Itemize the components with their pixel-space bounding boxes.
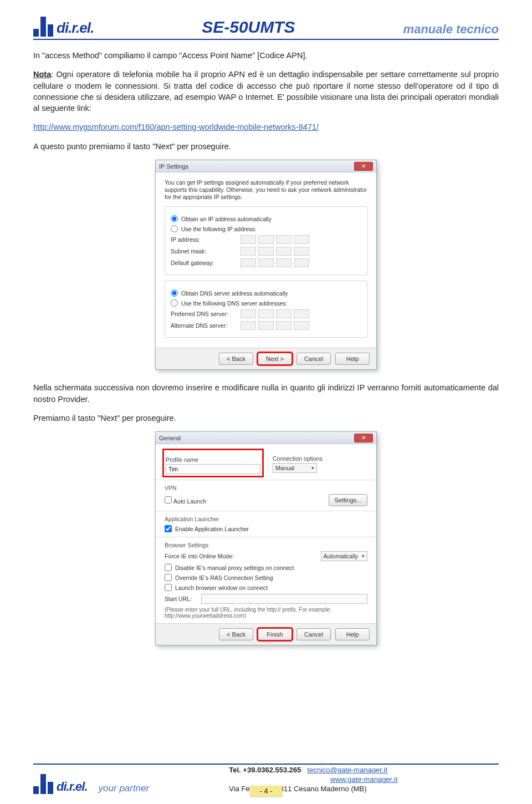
- obtain-dns-radio[interactable]: [171, 289, 178, 297]
- alt-dns-input[interactable]: [241, 321, 361, 330]
- connection-options-label: Connection options: [273, 455, 367, 462]
- general-settings-screenshot: General ✕ Profile name Connection option…: [33, 431, 499, 645]
- paragraph-2: Nota: Ogni operatore di telefonia mobile…: [33, 69, 499, 114]
- close-icon[interactable]: ✕: [354, 162, 373, 171]
- profile-name-input[interactable]: [166, 464, 260, 474]
- ip-address-input[interactable]: [241, 235, 361, 244]
- paragraph-4: Nella schermata successiva non dovremo i…: [33, 382, 499, 405]
- force-ie-label: Force IE into Online Mode:: [165, 553, 234, 559]
- paragraph-1: In "access Method" compiliamo il campo "…: [33, 50, 499, 61]
- vpn-group-label: VPN: [165, 485, 367, 491]
- your-partner-text: your partner: [99, 783, 150, 794]
- pref-dns-label: Preferred DNS server:: [171, 311, 237, 317]
- dialog-titlebar: IP Settings ✕: [156, 160, 376, 172]
- dialog-info-text: You can get IP settings assigned automat…: [165, 179, 367, 201]
- footer-email-link[interactable]: tecnico@gate-manager.it: [307, 766, 387, 774]
- launch-browser-checkbox[interactable]: [165, 584, 172, 591]
- subnet-label: Subnet mask:: [171, 248, 237, 255]
- vpn-settings-button[interactable]: Settings...: [329, 494, 367, 506]
- back-button[interactable]: < Back: [219, 353, 253, 365]
- logo: di.r.el.: [33, 17, 94, 37]
- footer-tel: Tel. +39.0362.553.265: [229, 766, 301, 774]
- footer-logo-text: di.r.el.: [57, 780, 88, 794]
- enable-app-launcher-label: Enable Application Launcher: [175, 526, 249, 532]
- cancel-button[interactable]: Cancel: [296, 353, 331, 365]
- finish-button[interactable]: Finish: [258, 628, 292, 640]
- gateway-label: Default gateway:: [171, 259, 237, 266]
- manual-title: manuale tecnico: [403, 22, 499, 37]
- help-button-2[interactable]: Help: [335, 628, 370, 640]
- ip-settings-screenshot: IP Settings ✕ You can get IP settings as…: [33, 160, 499, 370]
- start-url-input[interactable]: [201, 594, 367, 604]
- dialog2-title: General: [159, 435, 181, 441]
- force-ie-select[interactable]: Automatically: [321, 551, 367, 561]
- note-label: Nota: [33, 70, 51, 79]
- override-ras-label: Override IE's RAS Connection Setting: [175, 574, 273, 581]
- paragraph-3: A questo punto premiamo il tasto "Next" …: [33, 141, 499, 152]
- apn-link[interactable]: http://www.mygsmforum.com/f160/apn-setti…: [33, 123, 319, 131]
- use-ip-radio[interactable]: [171, 225, 178, 232]
- footer-contact: Tel. +39.0362.553.265 tecnico@gate-manag…: [157, 766, 499, 794]
- use-ip-label: Use the following IP address:: [181, 226, 257, 232]
- paragraph-5: Premiamo il tasto "Next" per proseguire.: [33, 413, 499, 424]
- dialog-title: IP Settings: [159, 163, 188, 170]
- enable-app-launcher-checkbox[interactable]: [165, 525, 172, 532]
- next-button[interactable]: Next >: [258, 353, 292, 365]
- auto-launch-label: Auto Launch: [173, 498, 206, 505]
- back-button-2[interactable]: < Back: [219, 628, 253, 640]
- paragraph-2-body: : Ogni operatore di telefonia mobile ha …: [33, 70, 499, 113]
- page-footer: di.r.el. your partner Tel. +39.0362.553.…: [33, 764, 499, 794]
- gateway-input[interactable]: [241, 258, 361, 267]
- disable-proxy-label: Disable IE's manual proxy settings on co…: [175, 564, 294, 571]
- page-number: - 4 -: [249, 786, 282, 796]
- page-header: di.r.el. SE-50UMTS manuale tecnico: [33, 17, 499, 40]
- override-ras-checkbox[interactable]: [165, 574, 172, 581]
- start-url-label: Start URL:: [165, 596, 198, 602]
- subnet-input[interactable]: [241, 247, 361, 256]
- logo-bars-icon: [33, 17, 53, 37]
- help-button[interactable]: Help: [335, 353, 370, 365]
- ip-address-label: IP address:: [171, 236, 237, 243]
- use-dns-label: Use the following DNS server addresses:: [181, 300, 287, 307]
- pref-dns-input[interactable]: [241, 309, 361, 318]
- auto-launch-checkbox[interactable]: [165, 496, 172, 503]
- connection-options-select[interactable]: Manual: [273, 463, 317, 473]
- url-note: (Please enter your full URL, including t…: [165, 607, 367, 619]
- alt-dns-label: Alternate DNS server:: [171, 322, 237, 329]
- close-icon[interactable]: ✕: [354, 434, 373, 442]
- footer-logo: di.r.el.: [33, 774, 88, 794]
- profile-name-label: Profile name: [166, 456, 260, 463]
- obtain-ip-label: Obtain an IP address automatically: [181, 216, 272, 222]
- launch-browser-label: Launch browser window on connect: [175, 584, 268, 591]
- browser-settings-group-label: Browser Settings: [165, 542, 367, 548]
- obtain-ip-radio[interactable]: [171, 215, 178, 222]
- logo-text: di.r.el.: [57, 19, 94, 37]
- obtain-dns-label: Obtain DNS server address automatically: [181, 290, 288, 297]
- logo-bars-icon: [33, 774, 53, 794]
- cancel-button-2[interactable]: Cancel: [296, 628, 331, 640]
- app-launcher-group-label: Application Launcher: [165, 516, 367, 522]
- dialog2-titlebar: General ✕: [156, 432, 376, 444]
- body-text: In "access Method" compiliamo il campo "…: [33, 50, 499, 152]
- footer-site-link[interactable]: www.gate-manager.it: [330, 775, 397, 783]
- use-dns-radio[interactable]: [171, 299, 178, 307]
- disable-proxy-checkbox[interactable]: [165, 564, 172, 571]
- product-title: SE-50UMTS: [94, 18, 403, 37]
